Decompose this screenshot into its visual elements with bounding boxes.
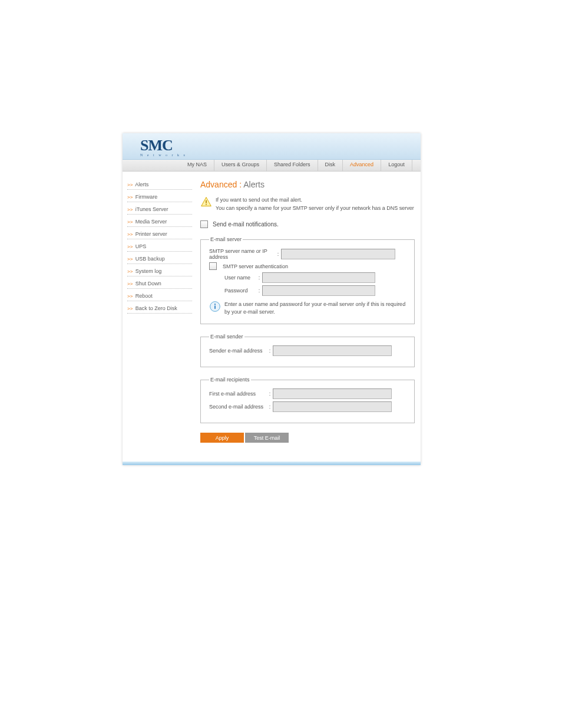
top-nav: My NASUsers & GroupsShared FoldersDiskAd… [123, 160, 421, 172]
send-notify-row: Send e-mail notifications. [200, 220, 415, 228]
svg-rect-1 [206, 204, 207, 205]
sidebar-item-printer-server[interactable]: >> Printer server [127, 229, 192, 239]
info-text: Enter a user name and password for your … [224, 301, 408, 315]
warning-icon [200, 196, 212, 208]
first-email-input[interactable] [273, 388, 392, 399]
logo-text: SMC [140, 137, 187, 154]
alert-line2: You can specify a name for your SMTP ser… [216, 205, 414, 213]
email-server-legend: E-mail server [209, 236, 243, 242]
first-email-label: First e-mail address [209, 391, 267, 397]
apply-button[interactable]: Apply [200, 433, 244, 443]
svg-rect-0 [206, 200, 207, 203]
logo: SMC N e t w o r k s [140, 137, 187, 157]
email-recipients-fieldset: E-mail recipients First e-mail address :… [200, 377, 415, 423]
arrow-icon: >> [127, 294, 133, 299]
sender-label: Sender e-mail address [209, 348, 267, 354]
arrow-icon: >> [127, 306, 133, 311]
title-section: Advanced : [200, 180, 242, 189]
main-content: Advanced : Alerts If you want to send ou… [194, 172, 421, 462]
sidebar-item-ups[interactable]: >> UPS [127, 242, 192, 252]
username-label: User name [224, 275, 256, 281]
password-label: Password [224, 288, 256, 294]
sidebar: >> Alerts>> Firmware>> iTunes Server>> M… [123, 172, 194, 462]
test-email-button[interactable]: Test E-mail [245, 433, 289, 443]
arrow-icon: >> [127, 281, 133, 286]
alert-box: If you want to send out the mail alert. … [200, 196, 415, 212]
nav-logout[interactable]: Logout [381, 160, 412, 171]
sender-input[interactable] [273, 345, 392, 356]
page-title: Advanced : Alerts [200, 180, 415, 189]
header: SMC N e t w o r k s [123, 133, 421, 160]
smtp-auth-checkbox[interactable] [209, 262, 217, 270]
arrow-icon: >> [127, 207, 133, 212]
email-sender-fieldset: E-mail sender Sender e-mail address : [200, 334, 415, 367]
sidebar-item-media-server[interactable]: >> Media Server [127, 217, 192, 227]
second-email-input[interactable] [273, 401, 392, 412]
arrow-icon: >> [127, 195, 133, 200]
title-page: Alerts [242, 180, 265, 189]
second-email-label: Second e-mail address [209, 404, 267, 410]
smtp-input[interactable] [281, 249, 395, 259]
nav-my-nas[interactable]: My NAS [180, 160, 214, 171]
alert-line1: If you want to send out the mail alert. [216, 196, 414, 205]
email-server-fieldset: E-mail server SMTP server name or IP add… [200, 236, 415, 324]
svg-rect-4 [214, 305, 216, 309]
password-input[interactable] [262, 285, 375, 296]
sidebar-item-usb-backup[interactable]: >> USB backup [127, 254, 192, 264]
svg-point-3 [214, 304, 216, 305]
arrow-icon: >> [127, 182, 133, 187]
logo-subtext: N e t w o r k s [140, 153, 187, 157]
sidebar-item-back-to-zero-disk[interactable]: >> Back to Zero Disk [127, 304, 192, 314]
arrow-icon: >> [127, 219, 133, 225]
info-icon [209, 301, 221, 312]
sidebar-item-itunes-server[interactable]: >> iTunes Server [127, 205, 192, 215]
arrow-icon: >> [127, 269, 133, 274]
arrow-icon: >> [127, 244, 133, 249]
nav-shared-folders[interactable]: Shared Folders [267, 160, 318, 171]
send-notify-label: Send e-mail notifications. [213, 221, 279, 228]
footer-bar [123, 462, 421, 465]
sidebar-item-firmware[interactable]: >> Firmware [127, 192, 192, 202]
sidebar-item-shut-down[interactable]: >> Shut Down [127, 279, 192, 289]
sidebar-item-system-log[interactable]: >> System log [127, 266, 192, 276]
arrow-icon: >> [127, 232, 133, 237]
email-recipients-legend: E-mail recipients [209, 377, 251, 383]
smtp-label: SMTP server name or IP address [209, 248, 275, 260]
app-window: SMC N e t w o r k s My NASUsers & Groups… [123, 133, 421, 465]
nav-disk[interactable]: Disk [318, 160, 343, 171]
smtp-auth-label: SMTP server authentication [223, 263, 288, 269]
sidebar-item-reboot[interactable]: >> Reboot [127, 291, 192, 301]
send-notify-checkbox[interactable] [200, 220, 208, 228]
nav-users-groups[interactable]: Users & Groups [214, 160, 267, 171]
email-sender-legend: E-mail sender [209, 334, 244, 340]
username-input[interactable] [262, 272, 375, 283]
sidebar-item-alerts[interactable]: >> Alerts [127, 180, 192, 190]
arrow-icon: >> [127, 256, 133, 262]
nav-advanced[interactable]: Advanced [343, 160, 381, 171]
